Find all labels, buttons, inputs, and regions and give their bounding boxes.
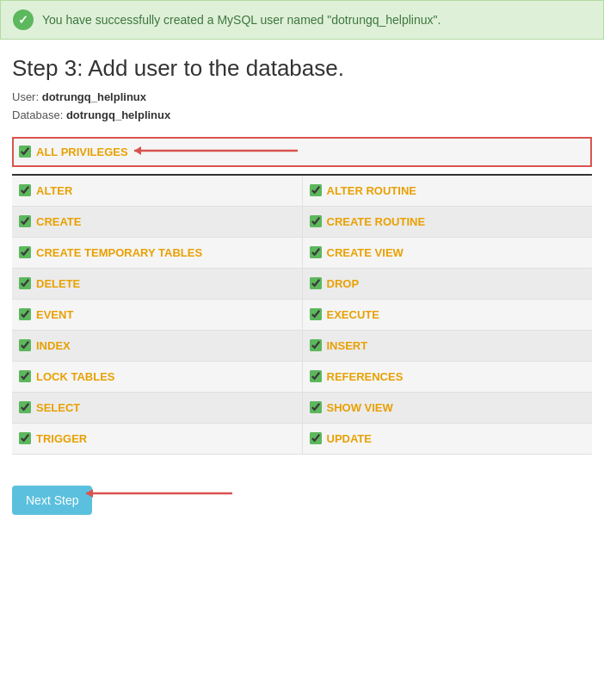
privilege-checkbox-right-8[interactable]	[310, 432, 322, 444]
annotation-arrow-all-privileges	[126, 140, 418, 166]
privilege-label-right-6: REFERENCES	[327, 370, 404, 383]
privilege-label-right-5: INSERT	[327, 339, 368, 352]
privilege-cell-right: CREATE ROUTINE	[302, 206, 592, 237]
privilege-checkbox-right-6[interactable]	[310, 370, 322, 382]
privilege-cell-right: REFERENCES	[302, 361, 592, 392]
privilege-label-left-7: SELECT	[36, 401, 80, 414]
privilege-checkbox-left-2[interactable]	[19, 246, 31, 258]
success-message: You have successfully created a MySQL us…	[42, 13, 441, 27]
privilege-label-right-3: DROP	[327, 277, 360, 290]
privilege-cell-left: LOCK TABLES	[12, 361, 302, 392]
privilege-checkbox-left-3[interactable]	[19, 277, 31, 289]
database-name: dotrungq_helplinux	[66, 108, 170, 121]
divider	[12, 174, 592, 176]
all-privileges-label: ALL PRIVILEGES	[36, 146, 128, 158]
username: dotrungq_helplinux	[42, 90, 146, 103]
privilege-label-right-4: EXECUTE	[327, 308, 379, 321]
annotation-arrow-next-step	[77, 480, 267, 506]
next-step-button[interactable]: Next Step	[12, 486, 92, 515]
all-privileges-wrapper: ALL PRIVILEGES	[12, 137, 592, 176]
privilege-label-right-0: ALTER ROUTINE	[327, 184, 416, 197]
privilege-cell-left: ALTER	[12, 176, 302, 207]
privilege-checkbox-left-6[interactable]	[19, 370, 31, 382]
privilege-label-left-6: LOCK TABLES	[36, 370, 114, 383]
privilege-cell-right: SHOW VIEW	[302, 392, 592, 423]
privilege-label-left-0: ALTER	[36, 184, 72, 197]
next-step-section: Next Step	[0, 472, 604, 529]
privilege-label-right-7: SHOW VIEW	[327, 401, 393, 414]
table-row: SELECT SHOW VIEW	[12, 392, 592, 423]
privilege-cell-right: UPDATE	[302, 423, 592, 454]
success-icon	[13, 9, 34, 30]
privilege-cell-left: CREATE	[12, 206, 302, 237]
privilege-checkbox-right-0[interactable]	[310, 184, 322, 196]
privilege-label-right-1: CREATE ROUTINE	[327, 215, 426, 228]
privilege-cell-left: SELECT	[12, 392, 302, 423]
table-row: DELETE DROP	[12, 268, 592, 299]
privilege-checkbox-right-2[interactable]	[310, 246, 322, 258]
privilege-label-left-1: CREATE	[36, 215, 81, 228]
table-row: EVENT EXECUTE	[12, 299, 592, 330]
privilege-label-left-2: CREATE TEMPORARY TABLES	[36, 246, 202, 259]
privilege-checkbox-right-1[interactable]	[310, 215, 322, 227]
privilege-cell-right: ALTER ROUTINE	[302, 176, 592, 207]
privilege-checkbox-left-7[interactable]	[19, 401, 31, 413]
privilege-cell-left: CREATE TEMPORARY TABLES	[12, 237, 302, 268]
table-row: TRIGGER UPDATE	[12, 423, 592, 454]
privilege-cell-left: DELETE	[12, 268, 302, 299]
all-privileges-row: ALL PRIVILEGES	[12, 137, 592, 167]
privilege-label-left-5: INDEX	[36, 339, 71, 352]
privilege-label-right-2: CREATE VIEW	[327, 246, 404, 259]
table-row: INDEX INSERT	[12, 330, 592, 361]
privilege-label-left-4: EVENT	[36, 308, 73, 321]
svg-marker-1	[134, 146, 141, 155]
main-content: Step 3: Add user to the database. User: …	[0, 55, 604, 472]
privileges-grid: ALTER ALTER ROUTINE CREATE CREATE ROUTIN…	[12, 176, 592, 455]
privilege-checkbox-left-0[interactable]	[19, 184, 31, 196]
privilege-label-right-8: UPDATE	[327, 432, 372, 445]
privilege-checkbox-right-5[interactable]	[310, 339, 322, 351]
user-line: User: dotrungq_helplinux	[12, 89, 592, 107]
table-row: CREATE TEMPORARY TABLES CREATE VIEW	[12, 237, 592, 268]
privilege-label-left-3: DELETE	[36, 277, 80, 290]
privilege-cell-left: INDEX	[12, 330, 302, 361]
privilege-checkbox-left-8[interactable]	[19, 432, 31, 444]
privilege-checkbox-right-4[interactable]	[310, 308, 322, 320]
user-info: User: dotrungq_helplinux Database: dotru…	[12, 89, 592, 125]
privilege-cell-left: TRIGGER	[12, 423, 302, 454]
privilege-cell-left: EVENT	[12, 299, 302, 330]
privilege-cell-right: INSERT	[302, 330, 592, 361]
table-row: ALTER ALTER ROUTINE	[12, 176, 592, 207]
privilege-cell-right: EXECUTE	[302, 299, 592, 330]
success-banner: You have successfully created a MySQL us…	[0, 0, 604, 40]
all-privileges-checkbox[interactable]	[19, 146, 31, 158]
page-title: Step 3: Add user to the database.	[12, 55, 592, 82]
privilege-cell-right: DROP	[302, 268, 592, 299]
privilege-checkbox-left-1[interactable]	[19, 215, 31, 227]
table-row: LOCK TABLES REFERENCES	[12, 361, 592, 392]
privilege-cell-right: CREATE VIEW	[302, 237, 592, 268]
privilege-checkbox-right-7[interactable]	[310, 401, 322, 413]
privilege-checkbox-left-5[interactable]	[19, 339, 31, 351]
privilege-checkbox-right-3[interactable]	[310, 277, 322, 289]
table-row: CREATE CREATE ROUTINE	[12, 206, 592, 237]
database-line: Database: dotrungq_helplinux	[12, 107, 592, 125]
privilege-checkbox-left-4[interactable]	[19, 308, 31, 320]
privilege-label-left-8: TRIGGER	[36, 432, 87, 445]
